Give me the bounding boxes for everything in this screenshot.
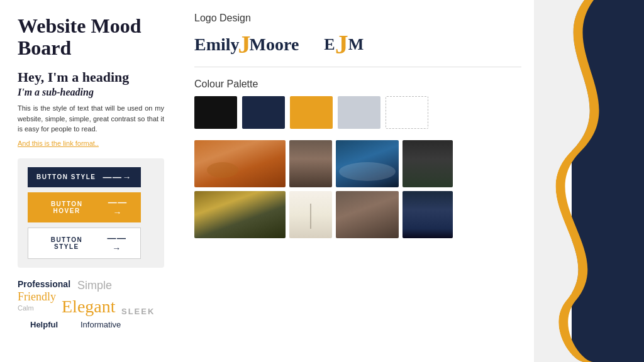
keyword-calm: Calm <box>18 304 34 312</box>
keywords-section: Professional Friendly Simple Calm Elegan… <box>18 279 164 336</box>
photo-ocean <box>336 140 399 187</box>
keyword-simple: Simple <box>77 279 112 292</box>
photo-botanical <box>289 191 332 238</box>
logo-script-j: J <box>238 32 251 57</box>
swatch-navy <box>242 96 285 129</box>
arrow-icon-orange: ——→ <box>103 197 132 217</box>
buttons-section: BUTTON STYLE ——→ BUTTON HOVER ——→ BUTTON… <box>18 158 164 268</box>
colour-swatches <box>194 96 521 129</box>
button-hover-orange[interactable]: BUTTON HOVER ——→ <box>28 192 141 222</box>
logo-moore: Moore <box>250 35 299 55</box>
palette-title: Colour Palette <box>194 79 521 90</box>
page-title: Website Mood Board <box>18 15 164 59</box>
swatch-gold <box>290 96 333 129</box>
button-style-outline[interactable]: BUTTON STYLE ——→ <box>28 228 141 259</box>
main-heading: Hey, I'm a heading <box>18 69 164 85</box>
logo-section: Logo Design Emily J Moore E J M <box>194 13 521 67</box>
botanical-stem-detail <box>311 204 311 229</box>
sub-heading: I'm a sub-heading <box>18 87 164 98</box>
photo-coffee <box>336 191 399 238</box>
logo-monogram: E J M <box>324 31 364 58</box>
keyword-sleek: SLEEK <box>121 307 155 316</box>
photo-mountain <box>194 191 286 238</box>
arrow-icon-outline: ——→ <box>103 233 131 253</box>
button-style-dark[interactable]: BUTTON STYLE ——→ <box>28 167 141 187</box>
monogram-e: E <box>324 35 335 54</box>
swatch-white <box>386 96 428 129</box>
button-orange-label: BUTTON HOVER <box>36 200 97 214</box>
logo-emily: Emily <box>194 35 240 55</box>
photo-snowy-mountain <box>402 191 453 238</box>
arrow-icon-dark: ——→ <box>103 172 133 182</box>
photo-flowers <box>402 140 453 187</box>
photo-woman <box>289 140 332 187</box>
keyword-friendly: Friendly <box>18 290 56 304</box>
button-dark-label: BUTTON STYLE <box>36 173 96 180</box>
wave-background-svg <box>534 0 644 362</box>
body-text: This is the style of text that will be u… <box>18 103 164 134</box>
button-outline-label: BUTTON STYLE <box>37 236 96 250</box>
logo-display: Emily J Moore E J M <box>194 31 521 67</box>
monogram-j: J <box>335 31 348 58</box>
photos-section <box>194 140 521 238</box>
link-example[interactable]: And this is the link format.. <box>18 140 164 147</box>
main-container: Website Mood Board Hey, I'm a heading I'… <box>0 0 644 362</box>
middle-panel: Logo Design Emily J Moore E J M Colour P… <box>179 0 534 362</box>
photo-horses <box>194 140 286 187</box>
left-panel: Website Mood Board Hey, I'm a heading I'… <box>0 0 179 362</box>
keyword-informative: Informative <box>80 320 121 329</box>
keyword-professional: Professional <box>18 279 70 289</box>
logo-full-name: Emily J Moore <box>194 32 299 57</box>
photo-row-2 <box>194 191 521 238</box>
logo-section-title: Logo Design <box>194 13 521 24</box>
monogram-m: M <box>348 35 364 54</box>
right-decorative-panel <box>534 0 644 362</box>
keyword-helpful: Helpful <box>30 320 58 329</box>
photo-row-1 <box>194 140 521 187</box>
ocean-wave-detail <box>339 162 396 181</box>
keyword-elegant: Elegant <box>62 297 116 317</box>
swatch-gray <box>338 96 380 129</box>
palette-section: Colour Palette <box>194 79 521 129</box>
swatch-black <box>194 96 237 129</box>
